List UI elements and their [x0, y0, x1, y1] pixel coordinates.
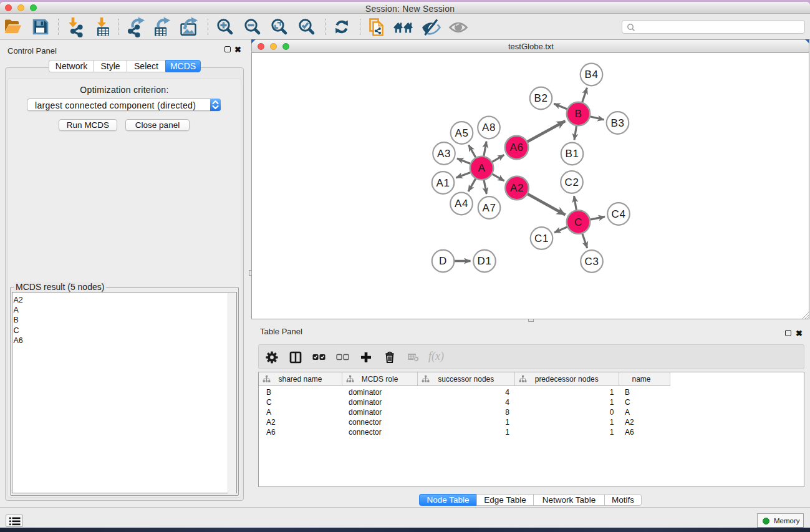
- svg-text:C3: C3: [584, 256, 599, 268]
- svg-text:A4: A4: [455, 198, 468, 210]
- svg-text:C1: C1: [534, 233, 549, 244]
- svg-text:A6: A6: [509, 142, 523, 153]
- svg-text:B3: B3: [610, 117, 624, 129]
- svg-text:C2: C2: [564, 177, 579, 188]
- svg-text:B4: B4: [584, 69, 598, 80]
- svg-text:D: D: [439, 255, 447, 267]
- svg-text:B2: B2: [534, 92, 547, 104]
- svg-text:D1: D1: [477, 255, 491, 267]
- svg-text:B1: B1: [565, 148, 579, 160]
- svg-text:C4: C4: [611, 208, 625, 220]
- svg-text:A7: A7: [482, 202, 496, 214]
- svg-text:C: C: [574, 216, 582, 228]
- svg-text:A3: A3: [437, 148, 451, 160]
- svg-text:A5: A5: [455, 127, 468, 139]
- svg-text:A: A: [478, 162, 485, 174]
- svg-text:A8: A8: [482, 122, 496, 133]
- svg-text:A2: A2: [510, 182, 524, 194]
- svg-text:A1: A1: [436, 177, 450, 189]
- svg-text:B: B: [574, 108, 582, 120]
